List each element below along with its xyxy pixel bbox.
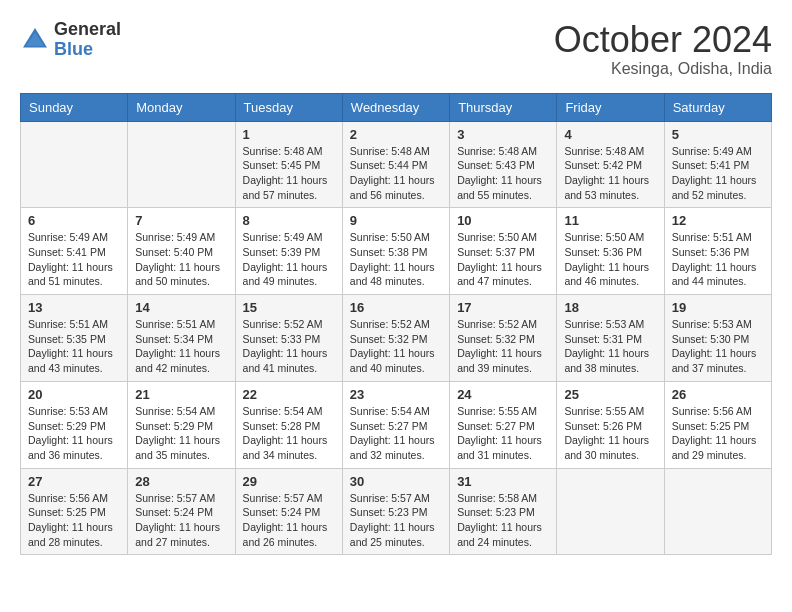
day-number: 30: [350, 474, 442, 489]
page-header: General Blue October 2024 Kesinga, Odish…: [20, 20, 772, 78]
cell-info: Sunrise: 5:52 AM Sunset: 5:32 PM Dayligh…: [457, 317, 549, 376]
calendar-cell: 25Sunrise: 5:55 AM Sunset: 5:26 PM Dayli…: [557, 381, 664, 468]
calendar-cell: [557, 468, 664, 555]
logo: General Blue: [20, 20, 121, 60]
day-number: 18: [564, 300, 656, 315]
cell-info: Sunrise: 5:48 AM Sunset: 5:42 PM Dayligh…: [564, 144, 656, 203]
day-number: 20: [28, 387, 120, 402]
cell-info: Sunrise: 5:57 AM Sunset: 5:24 PM Dayligh…: [135, 491, 227, 550]
day-number: 29: [243, 474, 335, 489]
logo-line1: General: [54, 20, 121, 40]
calendar-cell: 26Sunrise: 5:56 AM Sunset: 5:25 PM Dayli…: [664, 381, 771, 468]
day-number: 25: [564, 387, 656, 402]
calendar-cell: 14Sunrise: 5:51 AM Sunset: 5:34 PM Dayli…: [128, 295, 235, 382]
weekday-header: Monday: [128, 93, 235, 121]
cell-info: Sunrise: 5:53 AM Sunset: 5:30 PM Dayligh…: [672, 317, 764, 376]
cell-info: Sunrise: 5:53 AM Sunset: 5:31 PM Dayligh…: [564, 317, 656, 376]
cell-info: Sunrise: 5:49 AM Sunset: 5:41 PM Dayligh…: [672, 144, 764, 203]
month-title: October 2024: [554, 20, 772, 60]
calendar-cell: 29Sunrise: 5:57 AM Sunset: 5:24 PM Dayli…: [235, 468, 342, 555]
day-number: 8: [243, 213, 335, 228]
calendar-cell: [128, 121, 235, 208]
day-number: 22: [243, 387, 335, 402]
location: Kesinga, Odisha, India: [554, 60, 772, 78]
day-number: 3: [457, 127, 549, 142]
cell-info: Sunrise: 5:55 AM Sunset: 5:27 PM Dayligh…: [457, 404, 549, 463]
calendar-cell: [664, 468, 771, 555]
calendar-cell: [21, 121, 128, 208]
calendar-cell: 6Sunrise: 5:49 AM Sunset: 5:41 PM Daylig…: [21, 208, 128, 295]
calendar-cell: 13Sunrise: 5:51 AM Sunset: 5:35 PM Dayli…: [21, 295, 128, 382]
cell-info: Sunrise: 5:58 AM Sunset: 5:23 PM Dayligh…: [457, 491, 549, 550]
calendar-cell: 2Sunrise: 5:48 AM Sunset: 5:44 PM Daylig…: [342, 121, 449, 208]
cell-info: Sunrise: 5:50 AM Sunset: 5:36 PM Dayligh…: [564, 230, 656, 289]
weekday-header: Saturday: [664, 93, 771, 121]
day-number: 16: [350, 300, 442, 315]
day-number: 15: [243, 300, 335, 315]
day-number: 10: [457, 213, 549, 228]
cell-info: Sunrise: 5:53 AM Sunset: 5:29 PM Dayligh…: [28, 404, 120, 463]
cell-info: Sunrise: 5:54 AM Sunset: 5:27 PM Dayligh…: [350, 404, 442, 463]
day-number: 24: [457, 387, 549, 402]
cell-info: Sunrise: 5:57 AM Sunset: 5:23 PM Dayligh…: [350, 491, 442, 550]
day-number: 5: [672, 127, 764, 142]
calendar-cell: 24Sunrise: 5:55 AM Sunset: 5:27 PM Dayli…: [450, 381, 557, 468]
weekday-header: Sunday: [21, 93, 128, 121]
day-number: 17: [457, 300, 549, 315]
calendar-table: SundayMondayTuesdayWednesdayThursdayFrid…: [20, 93, 772, 556]
cell-info: Sunrise: 5:52 AM Sunset: 5:32 PM Dayligh…: [350, 317, 442, 376]
cell-info: Sunrise: 5:54 AM Sunset: 5:28 PM Dayligh…: [243, 404, 335, 463]
weekday-header: Thursday: [450, 93, 557, 121]
calendar-cell: 12Sunrise: 5:51 AM Sunset: 5:36 PM Dayli…: [664, 208, 771, 295]
day-number: 28: [135, 474, 227, 489]
calendar-cell: 15Sunrise: 5:52 AM Sunset: 5:33 PM Dayli…: [235, 295, 342, 382]
cell-info: Sunrise: 5:49 AM Sunset: 5:39 PM Dayligh…: [243, 230, 335, 289]
cell-info: Sunrise: 5:55 AM Sunset: 5:26 PM Dayligh…: [564, 404, 656, 463]
calendar-cell: 9Sunrise: 5:50 AM Sunset: 5:38 PM Daylig…: [342, 208, 449, 295]
day-number: 19: [672, 300, 764, 315]
calendar-cell: 11Sunrise: 5:50 AM Sunset: 5:36 PM Dayli…: [557, 208, 664, 295]
cell-info: Sunrise: 5:48 AM Sunset: 5:43 PM Dayligh…: [457, 144, 549, 203]
calendar-cell: 19Sunrise: 5:53 AM Sunset: 5:30 PM Dayli…: [664, 295, 771, 382]
cell-info: Sunrise: 5:50 AM Sunset: 5:37 PM Dayligh…: [457, 230, 549, 289]
calendar-cell: 4Sunrise: 5:48 AM Sunset: 5:42 PM Daylig…: [557, 121, 664, 208]
calendar-cell: 7Sunrise: 5:49 AM Sunset: 5:40 PM Daylig…: [128, 208, 235, 295]
calendar-cell: 10Sunrise: 5:50 AM Sunset: 5:37 PM Dayli…: [450, 208, 557, 295]
day-number: 4: [564, 127, 656, 142]
calendar-cell: 5Sunrise: 5:49 AM Sunset: 5:41 PM Daylig…: [664, 121, 771, 208]
day-number: 13: [28, 300, 120, 315]
calendar-cell: 28Sunrise: 5:57 AM Sunset: 5:24 PM Dayli…: [128, 468, 235, 555]
cell-info: Sunrise: 5:48 AM Sunset: 5:44 PM Dayligh…: [350, 144, 442, 203]
calendar-cell: 17Sunrise: 5:52 AM Sunset: 5:32 PM Dayli…: [450, 295, 557, 382]
cell-info: Sunrise: 5:48 AM Sunset: 5:45 PM Dayligh…: [243, 144, 335, 203]
cell-info: Sunrise: 5:56 AM Sunset: 5:25 PM Dayligh…: [28, 491, 120, 550]
day-number: 27: [28, 474, 120, 489]
calendar-cell: 3Sunrise: 5:48 AM Sunset: 5:43 PM Daylig…: [450, 121, 557, 208]
day-number: 2: [350, 127, 442, 142]
weekday-header: Tuesday: [235, 93, 342, 121]
cell-info: Sunrise: 5:54 AM Sunset: 5:29 PM Dayligh…: [135, 404, 227, 463]
calendar-cell: 30Sunrise: 5:57 AM Sunset: 5:23 PM Dayli…: [342, 468, 449, 555]
day-number: 12: [672, 213, 764, 228]
day-number: 14: [135, 300, 227, 315]
calendar-cell: 18Sunrise: 5:53 AM Sunset: 5:31 PM Dayli…: [557, 295, 664, 382]
calendar-cell: 8Sunrise: 5:49 AM Sunset: 5:39 PM Daylig…: [235, 208, 342, 295]
day-number: 26: [672, 387, 764, 402]
title-block: October 2024 Kesinga, Odisha, India: [554, 20, 772, 78]
weekday-header: Friday: [557, 93, 664, 121]
day-number: 21: [135, 387, 227, 402]
day-number: 7: [135, 213, 227, 228]
cell-info: Sunrise: 5:51 AM Sunset: 5:34 PM Dayligh…: [135, 317, 227, 376]
cell-info: Sunrise: 5:49 AM Sunset: 5:40 PM Dayligh…: [135, 230, 227, 289]
calendar-cell: 21Sunrise: 5:54 AM Sunset: 5:29 PM Dayli…: [128, 381, 235, 468]
day-number: 11: [564, 213, 656, 228]
calendar-cell: 16Sunrise: 5:52 AM Sunset: 5:32 PM Dayli…: [342, 295, 449, 382]
day-number: 9: [350, 213, 442, 228]
cell-info: Sunrise: 5:56 AM Sunset: 5:25 PM Dayligh…: [672, 404, 764, 463]
logo-line2: Blue: [54, 40, 121, 60]
cell-info: Sunrise: 5:49 AM Sunset: 5:41 PM Dayligh…: [28, 230, 120, 289]
calendar-cell: 1Sunrise: 5:48 AM Sunset: 5:45 PM Daylig…: [235, 121, 342, 208]
day-number: 1: [243, 127, 335, 142]
cell-info: Sunrise: 5:51 AM Sunset: 5:36 PM Dayligh…: [672, 230, 764, 289]
cell-info: Sunrise: 5:57 AM Sunset: 5:24 PM Dayligh…: [243, 491, 335, 550]
